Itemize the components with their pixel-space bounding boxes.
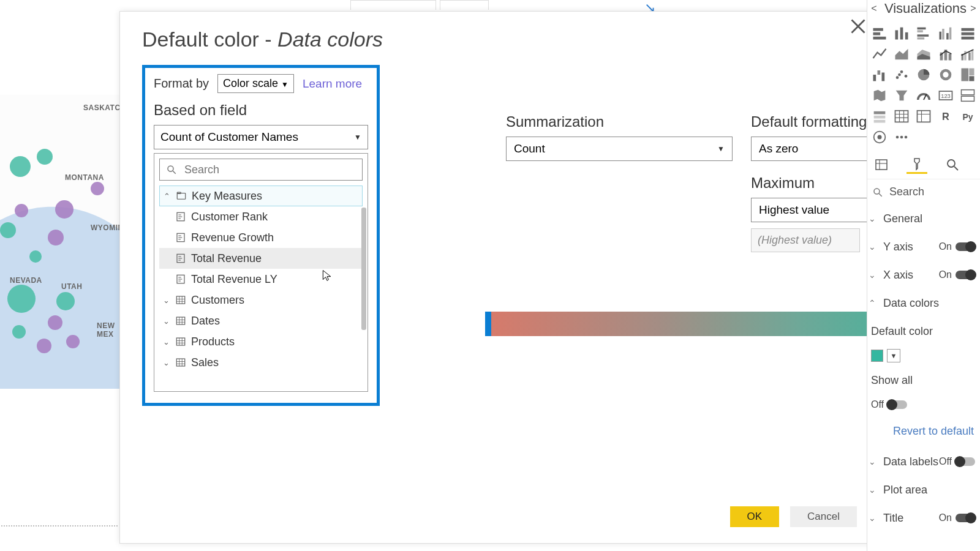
- svg-rect-27: [962, 37, 974, 40]
- tree-table-item[interactable]: ⌄ Products: [159, 331, 363, 352]
- svg-point-41: [896, 76, 899, 79]
- tree-table-item[interactable]: ⌄ Customers: [159, 290, 363, 310]
- multi-row-card-icon[interactable]: [959, 87, 976, 104]
- r-visual-icon[interactable]: R: [937, 108, 954, 125]
- format-general[interactable]: ⌄General: [869, 204, 980, 233]
- chevron-up-icon: ⌃: [162, 192, 171, 201]
- funnel-icon[interactable]: [893, 87, 910, 104]
- tree-group-key-measures[interactable]: ⌃ Key Measures: [159, 186, 363, 206]
- table-icon: [175, 315, 186, 326]
- map-state-label: UTAH: [61, 282, 82, 291]
- stacked-area-chart-icon[interactable]: [915, 45, 932, 62]
- svg-rect-13: [873, 37, 886, 40]
- map-state-label: NEW MEX: [97, 321, 123, 339]
- pane-collapse-left-icon[interactable]: <: [867, 3, 881, 14]
- chevron-down-icon: ⌄: [869, 485, 877, 495]
- hundred-stacked-bar-icon[interactable]: [959, 24, 976, 42]
- format-y-axis[interactable]: ⌄Y axis On: [869, 233, 980, 261]
- scrollbar-thumb[interactable]: [361, 208, 366, 330]
- gauge-icon[interactable]: [915, 87, 932, 104]
- chevron-down-icon: ⌄: [869, 214, 877, 223]
- svg-rect-25: [962, 28, 974, 31]
- format-title[interactable]: ⌄Title On: [869, 504, 980, 532]
- waterfall-chart-icon[interactable]: [871, 66, 888, 83]
- svg-rect-11: [873, 28, 883, 31]
- matrix-icon[interactable]: [915, 108, 932, 125]
- svg-rect-49: [969, 69, 974, 76]
- measure-icon: [175, 211, 186, 222]
- format-search-input[interactable]: Search: [867, 179, 980, 204]
- tree-table-item[interactable]: ⌄ Sales: [159, 352, 363, 373]
- search-icon: [166, 164, 177, 175]
- more-visuals-icon[interactable]: [893, 129, 910, 146]
- show-all-toggle[interactable]: Off: [871, 399, 907, 410]
- chevron-down-icon: ⌄: [162, 317, 170, 326]
- line-stacked-column-icon[interactable]: [937, 45, 954, 62]
- format-by-label: Format by: [154, 77, 209, 91]
- format-data-labels[interactable]: ⌄Data labels Off: [869, 448, 980, 476]
- background-tab-fragment: [350, 0, 436, 10]
- close-icon[interactable]: [850, 18, 867, 35]
- svg-rect-8: [176, 317, 185, 324]
- scatter-chart-icon[interactable]: [893, 66, 910, 83]
- default-color-dialog: Default color - Data colors Format by Co…: [119, 11, 876, 544]
- treemap-icon[interactable]: [959, 66, 976, 83]
- y-axis-toggle[interactable]: On: [939, 241, 975, 252]
- tree-table-item[interactable]: ⌄ Dates: [159, 310, 363, 331]
- measure-icon: [175, 274, 186, 285]
- color-swatch-icon: [871, 350, 883, 362]
- ok-button[interactable]: OK: [730, 506, 780, 527]
- x-axis-toggle[interactable]: On: [939, 269, 975, 280]
- format-tab-icon[interactable]: [907, 156, 927, 174]
- card-icon[interactable]: 123: [937, 87, 954, 104]
- field-search-input[interactable]: [159, 159, 363, 181]
- filled-map-icon[interactable]: [871, 87, 888, 104]
- fields-tab-icon[interactable]: [871, 156, 892, 174]
- tree-measure-item[interactable]: Total Revenue: [159, 248, 363, 269]
- svg-rect-48: [962, 69, 969, 81]
- stacked-column-chart-icon[interactable]: [893, 24, 910, 42]
- area-chart-icon[interactable]: [893, 45, 910, 62]
- python-visual-icon[interactable]: Py: [959, 108, 976, 125]
- default-color-swatch-row[interactable]: ▼: [869, 345, 980, 366]
- tree-measure-item[interactable]: Total Revenue LY: [159, 269, 363, 290]
- svg-rect-38: [873, 75, 876, 81]
- format-x-axis[interactable]: ⌄X axis On: [869, 261, 980, 289]
- svg-rect-15: [900, 28, 903, 40]
- maximum-value-input[interactable]: (Highest value): [751, 228, 860, 252]
- slicer-icon[interactable]: [871, 108, 888, 125]
- title-toggle[interactable]: On: [939, 512, 975, 523]
- clustered-column-chart-icon[interactable]: [937, 24, 954, 42]
- format-plot-area[interactable]: ⌄Plot area: [869, 476, 980, 504]
- stacked-bar-chart-icon[interactable]: [871, 24, 888, 42]
- chevron-down-icon[interactable]: ▼: [887, 349, 900, 362]
- donut-chart-icon[interactable]: [937, 66, 954, 83]
- learn-more-link[interactable]: Learn more: [303, 77, 362, 91]
- map-state-label: SASKATCHEWAN: [83, 103, 123, 112]
- format-data-colors[interactable]: ⌃Data colors: [869, 289, 980, 317]
- line-chart-icon[interactable]: [871, 45, 888, 62]
- line-clustered-column-icon[interactable]: [959, 45, 976, 62]
- summarization-select[interactable]: Count▼: [506, 137, 733, 161]
- table-visual-icon[interactable]: [893, 108, 910, 125]
- svg-rect-21: [940, 32, 942, 40]
- arcgis-map-icon[interactable]: [871, 129, 888, 146]
- clustered-bar-chart-icon[interactable]: [915, 24, 932, 42]
- svg-rect-33: [949, 54, 952, 61]
- svg-rect-37: [971, 50, 974, 61]
- format-by-select[interactable]: Color scale ▼: [217, 74, 294, 93]
- tree-measure-item[interactable]: Customer Rank: [159, 206, 363, 227]
- revert-to-default-link[interactable]: Revert to default: [869, 415, 980, 448]
- pie-chart-icon[interactable]: [915, 66, 932, 83]
- chevron-down-icon: ⌄: [869, 270, 877, 280]
- svg-point-68: [896, 136, 899, 139]
- svg-rect-55: [962, 96, 974, 101]
- cancel-button[interactable]: Cancel: [790, 506, 857, 527]
- svg-point-0: [168, 166, 173, 171]
- tree-measure-item[interactable]: Revenue Growth: [159, 227, 363, 248]
- svg-rect-58: [874, 116, 886, 119]
- data-labels-toggle[interactable]: Off: [939, 456, 975, 467]
- based-on-field-select[interactable]: Count of Customer Names▼: [154, 125, 368, 149]
- analytics-tab-icon[interactable]: [942, 156, 963, 174]
- pane-collapse-right-icon[interactable]: >: [967, 3, 980, 14]
